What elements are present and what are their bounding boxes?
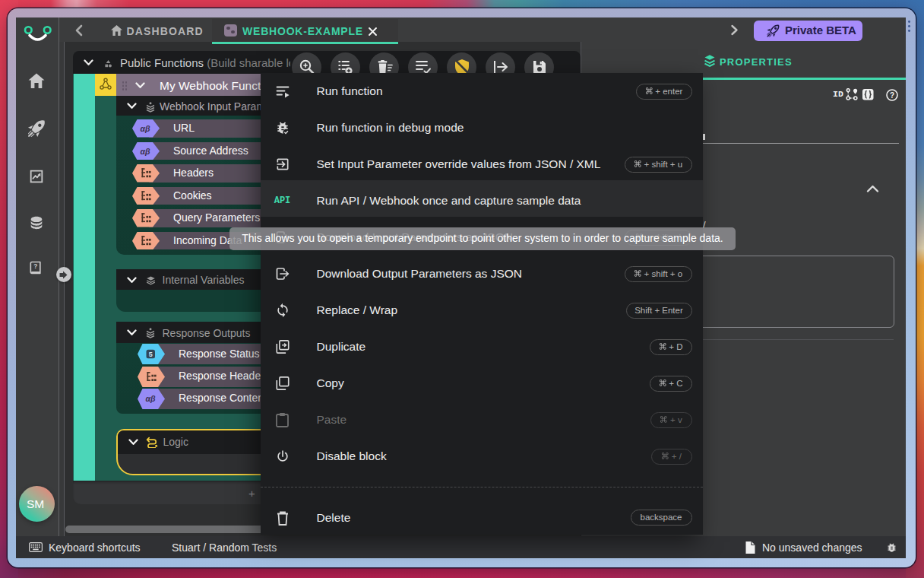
svg-text:αβ: αβ [140, 124, 150, 133]
svg-text:?: ? [33, 262, 37, 270]
svg-text:αβ: αβ [140, 146, 150, 155]
svg-text:5: 5 [149, 351, 153, 358]
svg-text:?: ? [890, 91, 894, 99]
svg-text:αβ: αβ [145, 394, 156, 403]
